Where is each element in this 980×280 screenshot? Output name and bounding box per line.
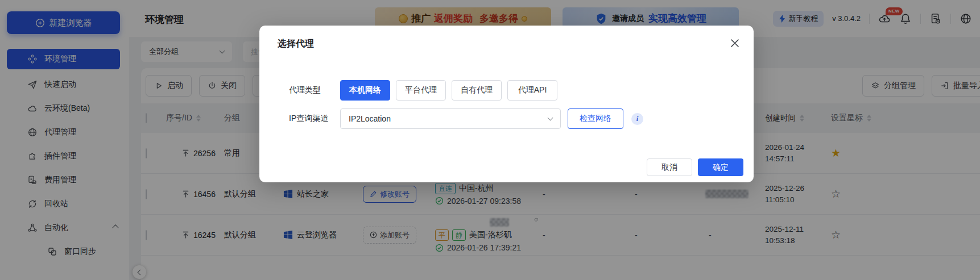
ip-channel-value: IP2Location	[349, 114, 391, 123]
select-proxy-dialog: 选择代理 代理类型 本机网络 平台代理 自有代理 代理API IP查询渠道 IP…	[259, 26, 754, 182]
ip-channel-row: IP查询渠道 IP2Location 检查网络 i	[289, 108, 643, 129]
ip-channel-select[interactable]: IP2Location	[340, 108, 561, 129]
ip-channel-label: IP查询渠道	[289, 114, 340, 124]
cancel-button[interactable]: 取消	[647, 158, 692, 176]
proxy-type-local-network[interactable]: 本机网络	[340, 80, 390, 101]
proxy-type-label: 代理类型	[289, 85, 340, 95]
proxy-type-api[interactable]: 代理API	[507, 80, 557, 101]
chevron-down-icon	[548, 115, 553, 121]
proxy-type-options: 本机网络 平台代理 自有代理 代理API	[340, 80, 557, 101]
confirm-button[interactable]: 确定	[698, 158, 743, 176]
dialog-footer: 取消 确定	[647, 158, 743, 176]
proxy-type-row: 代理类型 本机网络 平台代理 自有代理 代理API	[289, 80, 557, 101]
proxy-type-platform[interactable]: 平台代理	[396, 80, 446, 101]
dialog-title: 选择代理	[278, 38, 314, 50]
proxy-type-own[interactable]: 自有代理	[452, 80, 502, 101]
check-network-button[interactable]: 检查网络	[568, 108, 623, 129]
info-icon[interactable]: i	[631, 113, 643, 125]
close-icon[interactable]	[729, 37, 741, 49]
